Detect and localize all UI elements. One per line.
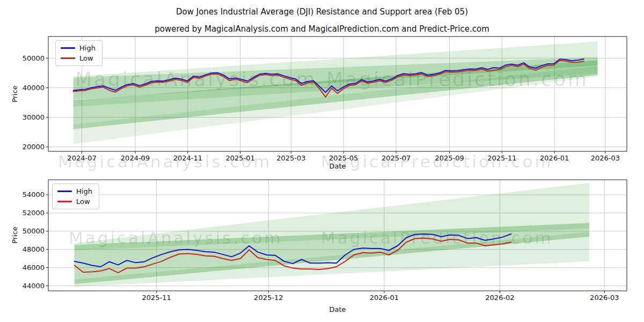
legend-label: High (79, 45, 96, 52)
y-tick-label: 20000 (23, 143, 45, 151)
y-tick-label: 30000 (23, 113, 45, 121)
legend: HighLow (55, 40, 103, 66)
legend-line-swatch (57, 191, 72, 192)
legend-line-swatch (61, 47, 75, 49)
y-tick-label: 52000 (23, 209, 45, 217)
figure-title: Dow Jones Industrial Average (DJI) Resis… (0, 7, 644, 17)
legend-line-swatch (61, 57, 75, 59)
y-tick-label: 40000 (23, 84, 45, 92)
x-tick-label: 2025-01 (226, 154, 255, 162)
y-tick-label: 44000 (23, 282, 45, 290)
x-tick-label: 2025-12 (254, 294, 283, 302)
legend-label: Low (79, 55, 93, 62)
figure: { "title": "Dow Jones Industrial Average… (0, 0, 644, 322)
y-tick-label: 54000 (23, 191, 45, 199)
y-tick-label: 46000 (23, 264, 45, 272)
figure-canvas: Dow Jones Industrial Average (DJI) Resis… (0, 0, 644, 322)
x-tick-label: 2026-03 (590, 294, 619, 302)
x-tick-label: 2026-03 (591, 154, 620, 162)
x-tick-label: 2025-03 (276, 154, 305, 162)
legend-item-low: Low (61, 55, 96, 62)
x-tick-label: 2024-09 (121, 154, 150, 162)
x-tick-label: 2025-05 (329, 154, 358, 162)
legend-line-swatch (57, 201, 72, 202)
x-tick-label: 2025-07 (382, 154, 411, 162)
y-axis-label-bottom: Price (11, 226, 19, 244)
figure-subtitle: powered by MagicalAnalysis.com and Magic… (0, 24, 644, 34)
x-axis-label-top: Date (329, 162, 346, 170)
x-tick-label: 2025-11 (142, 294, 171, 302)
y-tick-label: 48000 (23, 245, 45, 253)
x-axis-label-bottom: Date (329, 305, 346, 313)
price-chart-recent-zoom: 2025-112025-122026-012026-022026-0344000… (23, 180, 627, 302)
x-tick-label: 2026-01 (540, 154, 569, 162)
x-tick-label: 2025-09 (435, 154, 464, 162)
legend-item-high: High (57, 188, 92, 195)
y-tick-label: 50000 (23, 227, 45, 235)
legend-item-high: High (61, 45, 96, 52)
x-tick-label: 2024-07 (67, 154, 96, 162)
legend-label: High (76, 188, 92, 195)
x-tick-label: 2025-11 (487, 154, 516, 162)
y-tick-label: 50000 (23, 54, 45, 62)
legend-item-low: Low (57, 198, 92, 205)
price-chart-full-history: 2024-072024-092024-112025-012025-032025-… (23, 36, 627, 162)
x-tick-label: 2026-01 (370, 294, 399, 302)
legend-label: Low (76, 198, 90, 205)
legend: HighLow (52, 184, 99, 209)
y-axis-label-top: Price (11, 85, 19, 103)
x-tick-label: 2026-02 (485, 294, 514, 302)
x-tick-label: 2024-11 (173, 154, 202, 162)
